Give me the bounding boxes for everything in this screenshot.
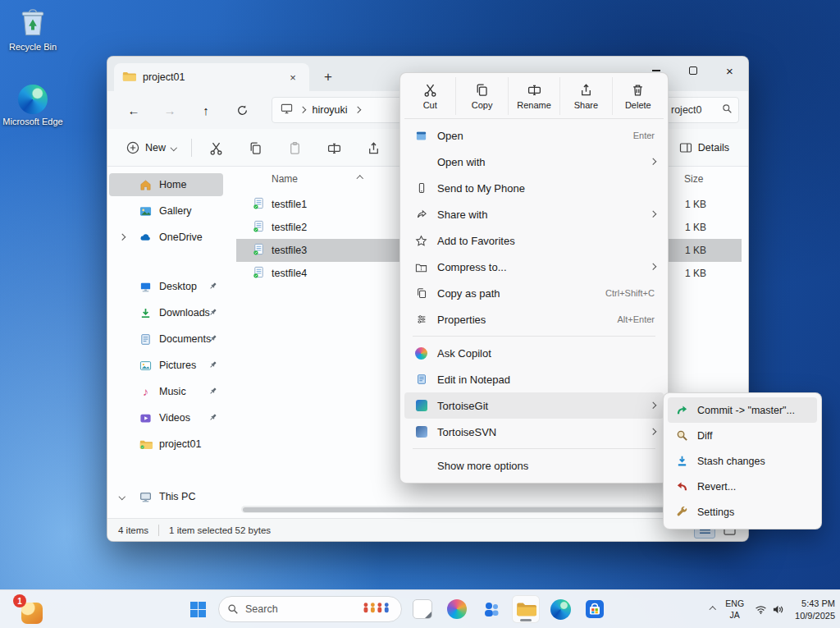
submenu-item-label: Stash changes [697,456,765,467]
pin-icon [208,387,217,398]
chevron-down-icon [171,144,177,151]
menu-item-shortcut: Enter [633,131,655,140]
sidebar-item-desktop[interactable]: Desktop [109,275,223,298]
search-highlight-icon [362,602,393,617]
taskbar-notification-app[interactable]: 1 [11,593,44,626]
submenu-item-label: Commit -> "master"... [697,405,795,416]
context-menu-item-send-to-my-phone[interactable]: Send to My Phone [404,175,664,201]
submenu-item-stash-changes[interactable]: Stash changes [668,448,817,474]
quick-action-label: Share [574,100,598,110]
new-button[interactable]: New [117,135,185,161]
downloads-icon [139,307,153,319]
context-menu-item-compress-to[interactable]: Compress to... [404,254,664,280]
context-menu-item-copy-as-path[interactable]: Copy as path Ctrl+Shift+C [404,280,664,306]
close-button[interactable]: × [711,57,748,85]
rename-icon [527,83,541,97]
taskbar-app-copilot[interactable] [443,595,471,623]
language-indicator[interactable]: ENG JA [725,598,744,620]
share-icon [367,141,381,155]
navigation-pane: Home Gallery OneDrive [107,167,235,518]
taskbar-app-edge[interactable] [546,595,574,623]
breadcrumb-segment-user[interactable]: hiroyuki [313,104,348,116]
taskbar-search-input[interactable]: Search [218,596,402,622]
column-header-size[interactable]: Size [684,173,703,185]
copy-button[interactable]: Copy [455,77,507,115]
sidebar-item-gallery[interactable]: Gallery [109,199,223,222]
context-menu-item-open-with[interactable]: Open with [404,149,664,175]
copy-icon [475,83,489,97]
sidebar-item-onedrive[interactable]: OneDrive [109,226,223,249]
share-button[interactable] [357,135,390,161]
taskbar-app-snip[interactable] [409,595,436,623]
tab-close-icon[interactable]: × [285,69,301,85]
column-header-name[interactable]: Name [272,173,298,185]
menu-item-label: Open [437,130,463,142]
language-line1: ENG [725,598,744,609]
up-button[interactable]: ↑ [193,97,219,123]
sidebar-item-project01[interactable]: project01 [109,433,223,456]
maximize-button[interactable] [674,57,711,85]
submenu-arrow-icon [649,211,655,218]
context-menu-item-open[interactable]: Open Enter [404,122,664,149]
submenu-item-commit[interactable]: Commit -> "master"... [668,397,817,423]
notepad-icon [414,374,428,385]
cut-button[interactable]: Cut [404,77,455,115]
new-tab-button[interactable]: + [317,66,339,88]
context-menu-item-properties[interactable]: Properties Alt+Enter [404,306,664,332]
start-button[interactable] [184,595,212,623]
selection-summary: 1 item selected 52 bytes [169,525,271,535]
context-menu-item-tortoisesvn[interactable]: TortoiseSVN [404,419,664,445]
taskbar-app-file-explorer[interactable] [512,595,540,623]
sidebar-item-documents[interactable]: Documents [109,328,223,351]
hidden-icons-chevron[interactable] [710,607,716,613]
scrollbar-thumb[interactable] [243,507,701,512]
details-pane-button[interactable]: Details [672,135,737,161]
onedrive-icon [139,231,153,244]
sidebar-item-videos[interactable]: Videos [109,406,223,429]
desktop-icon-microsoft-edge[interactable]: Microsoft Edge [2,85,63,126]
file-name: testfile4 [272,268,307,279]
context-menu-item-ask-copilot[interactable]: Ask Copilot [404,340,664,366]
context-menu-item-tortoisegit[interactable]: TortoiseGit [404,392,664,419]
rename-button[interactable] [317,135,350,161]
menu-item-label: Copy as path [437,287,500,300]
context-menu-item-add-to-favorites[interactable]: Add to Favorites [404,227,664,254]
delete-button[interactable]: Delete [612,77,664,115]
cut-button[interactable] [199,135,232,161]
context-menu-item-show-more-options[interactable]: Show more options [404,452,664,479]
tray-status-icons[interactable] [755,604,784,615]
chevron-right-icon [299,107,306,113]
sidebar-item-pictures[interactable]: Pictures [109,354,223,377]
paste-button[interactable] [278,135,311,161]
open-icon [414,130,428,142]
submenu-item-revert[interactable]: Revert... [668,474,817,499]
rename-button[interactable]: Rename [508,77,559,115]
tab-project01[interactable]: project01 × [114,63,309,91]
clock[interactable]: 5:43 PM 10/9/2025 [795,598,835,621]
taskbar-app-store[interactable] [581,595,609,623]
submenu-item-settings[interactable]: Settings [668,499,817,525]
refresh-button[interactable] [229,97,255,123]
context-menu: Cut Copy Rename Share Delete [399,72,669,484]
desktop-icon-label: Recycle Bin [9,42,57,52]
back-button[interactable]: ← [121,97,147,123]
menu-item-label: Open with [437,156,486,168]
volume-icon [772,604,784,615]
sidebar-item-label: OneDrive [159,231,203,243]
forward-button[interactable]: → [157,97,183,123]
submenu-item-diff[interactable]: Diff [668,423,817,448]
submenu-arrow-icon [649,429,655,435]
taskbar-app-people[interactable] [477,595,505,623]
menu-item-label: Add to Favorites [437,235,515,247]
context-menu-item-edit-in-notepad[interactable]: Edit in Notepad [404,366,664,392]
sidebar-item-this-pc[interactable]: This PC [109,485,223,508]
share-button[interactable]: Share [559,77,611,115]
sidebar-item-downloads[interactable]: Downloads [109,301,223,324]
context-menu-item-share-with[interactable]: Share with [404,201,664,227]
sidebar-item-music[interactable]: ♪ Music [109,380,223,403]
sidebar-item-home[interactable]: Home [109,173,223,196]
documents-icon [139,333,153,346]
desktop-icon-recycle-bin[interactable]: Recycle Bin [2,7,63,52]
menu-item-label: Compress to... [437,261,507,273]
copy-button[interactable] [239,135,272,161]
